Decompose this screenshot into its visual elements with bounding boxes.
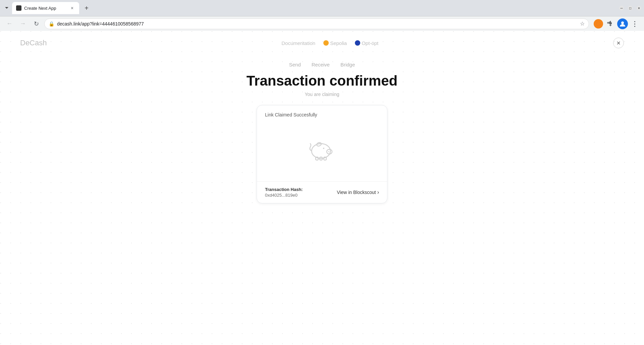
app-nav: Documentation Sepolia Opt-opt bbox=[281, 40, 378, 46]
url-text: decash.link/app?link=4444610058568977 bbox=[57, 21, 576, 27]
forward-button[interactable]: → bbox=[17, 18, 28, 29]
back-button[interactable]: ← bbox=[4, 18, 15, 29]
card-illustration bbox=[257, 117, 387, 181]
svg-point-4 bbox=[312, 144, 330, 158]
reload-button[interactable]: ↻ bbox=[31, 18, 42, 29]
app-header: DeCash Documentation Sepolia Opt-opt × bbox=[0, 31, 644, 55]
nav-bar: ← → ↻ 🔒 decash.link/app?link=44446100585… bbox=[0, 16, 644, 31]
piggy-bank-icon bbox=[307, 138, 337, 161]
lock-icon: 🔒 bbox=[49, 21, 54, 27]
tab-send[interactable]: Send bbox=[289, 62, 301, 67]
link-claimed-text: Link Claimed Succesfully bbox=[265, 112, 379, 117]
tab-receive[interactable]: Receive bbox=[312, 62, 330, 67]
tab-group-arrow[interactable] bbox=[3, 4, 11, 12]
svg-point-9 bbox=[323, 148, 324, 149]
close-window-button[interactable]: × bbox=[637, 6, 641, 10]
address-bar[interactable]: 🔒 decash.link/app?link=4444610058568977 … bbox=[44, 18, 589, 29]
page-tabs: Send Receive Bridge bbox=[289, 62, 355, 67]
page-content: DeCash Documentation Sepolia Opt-opt × S… bbox=[0, 31, 644, 345]
browser-menu-button[interactable]: ⋮ bbox=[629, 18, 640, 29]
tab-bridge[interactable]: Bridge bbox=[340, 62, 355, 67]
page-title: Transaction confirmed bbox=[247, 73, 397, 89]
minimize-button[interactable]: ─ bbox=[619, 6, 624, 10]
transaction-card: Link Claimed Succesfully bbox=[257, 105, 387, 203]
svg-point-5 bbox=[327, 149, 332, 154]
browser-toolbar-icons: ⋮ bbox=[593, 18, 640, 29]
bookmark-icon[interactable]: ☆ bbox=[580, 20, 585, 27]
metamask-icon bbox=[594, 19, 603, 29]
maximize-button[interactable]: □ bbox=[628, 6, 633, 10]
app-close-button[interactable]: × bbox=[613, 38, 624, 48]
svg-marker-0 bbox=[596, 21, 600, 26]
profile-button[interactable] bbox=[617, 18, 628, 29]
tx-hash-label: Transaction Hash: bbox=[265, 187, 303, 192]
svg-point-6 bbox=[328, 151, 329, 152]
browser-tab-active[interactable]: Create Next App × bbox=[12, 2, 79, 14]
tab-title: Create Next App bbox=[24, 6, 66, 11]
card-top: Link Claimed Succesfully bbox=[257, 105, 387, 117]
metamask-extension-button[interactable] bbox=[593, 18, 604, 29]
app-logo: DeCash bbox=[20, 39, 47, 47]
chevron-right-icon: › bbox=[377, 189, 379, 195]
tx-hash-info: Transaction Hash: 0xd4025...819e0 bbox=[265, 187, 303, 198]
page-subtitle: You are claiming bbox=[305, 92, 339, 97]
extensions-icon bbox=[606, 19, 615, 29]
extensions-button[interactable] bbox=[605, 18, 616, 29]
tab-bar: Create Next App × + ─ □ × bbox=[0, 0, 644, 16]
tab-favicon bbox=[16, 5, 21, 11]
svg-point-1 bbox=[621, 21, 624, 24]
nav-documentation[interactable]: Documentation bbox=[281, 40, 315, 46]
view-in-blockscout-button[interactable]: View in Blockscout › bbox=[337, 189, 379, 195]
card-footer: Transaction Hash: 0xd4025...819e0 View i… bbox=[257, 182, 387, 203]
tab-close-button[interactable]: × bbox=[69, 5, 75, 11]
profile-icon bbox=[617, 18, 628, 29]
nav-sepolia[interactable]: Sepolia bbox=[323, 40, 347, 46]
svg-point-7 bbox=[330, 151, 331, 152]
tx-hash-value: 0xd4025...819e0 bbox=[265, 193, 303, 198]
main-content: Send Receive Bridge Transaction confirme… bbox=[0, 55, 644, 203]
view-blockscout-label: View in Blockscout bbox=[337, 190, 376, 195]
nav-opt[interactable]: Opt-opt bbox=[355, 40, 378, 46]
svg-point-8 bbox=[316, 142, 322, 147]
new-tab-button[interactable]: + bbox=[82, 3, 91, 13]
